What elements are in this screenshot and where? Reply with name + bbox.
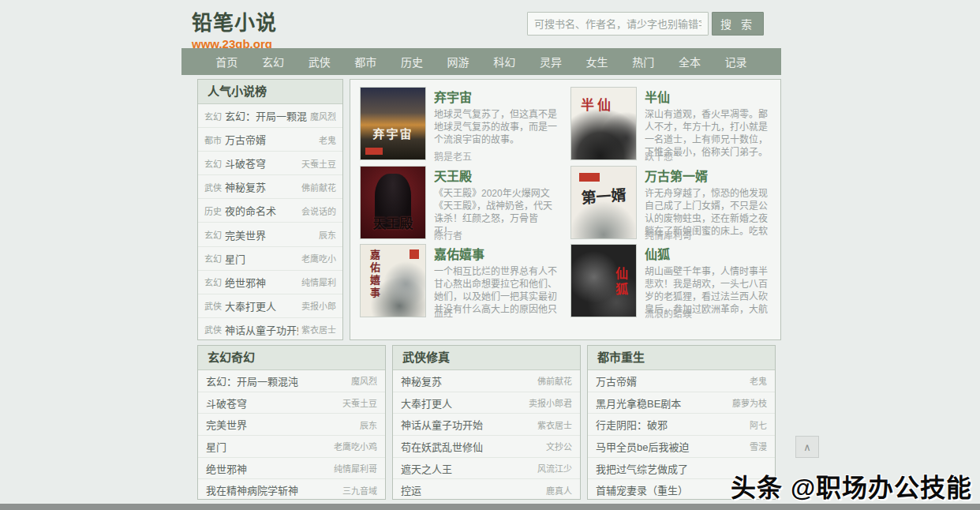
section-book-author[interactable]: 紫衣居士 bbox=[537, 418, 572, 431]
rank-book-author[interactable]: 会说话的 bbox=[301, 204, 336, 217]
section-book-title[interactable]: 马甲全员be后我被迫 bbox=[596, 439, 745, 454]
section-book-title[interactable]: 控运 bbox=[401, 482, 541, 497]
section-book-author[interactable]: 鹿真人 bbox=[546, 484, 572, 497]
book-cover[interactable]: 弃宇宙 bbox=[360, 87, 426, 160]
section-book-author[interactable]: 阿七 bbox=[750, 418, 767, 431]
rank-category[interactable]: 都市 bbox=[204, 133, 222, 146]
site-logo[interactable]: 铅笔小说 bbox=[192, 6, 277, 36]
section-book-author[interactable]: 三九音域 bbox=[342, 484, 377, 497]
book-title[interactable]: 天王殿 bbox=[434, 166, 559, 185]
cover-label: 半仙 bbox=[581, 94, 614, 114]
rank-book-author[interactable]: 老鬼 bbox=[319, 133, 336, 146]
nav-item[interactable]: 全本 bbox=[679, 54, 701, 69]
section-book-author[interactable]: 纯情犀利哥 bbox=[334, 462, 377, 474]
rank-category[interactable]: 玄幻 bbox=[204, 252, 222, 264]
search-button[interactable]: 搜 索 bbox=[712, 12, 764, 36]
section-book-author[interactable]: 风流江少 bbox=[537, 462, 572, 474]
section-book-author[interactable]: 魔风烈 bbox=[351, 374, 377, 387]
rank-book-title[interactable]: 夜的命名术 bbox=[225, 203, 298, 218]
book-author[interactable]: 血红 bbox=[434, 306, 453, 320]
nav-item[interactable]: 灵异 bbox=[540, 54, 562, 69]
rank-category[interactable]: 玄幻 bbox=[204, 110, 222, 122]
book-title[interactable]: 仙狐 bbox=[645, 244, 771, 263]
section-book-title[interactable]: 万古帝婿 bbox=[596, 373, 745, 388]
nav-item[interactable]: 历史 bbox=[401, 54, 423, 69]
section-book-author[interactable]: 文抄公 bbox=[546, 440, 572, 452]
section-book-author[interactable]: 辰东 bbox=[360, 418, 377, 431]
rank-book-title[interactable]: 万古帝婿 bbox=[225, 132, 316, 147]
rank-book-title[interactable]: 斗破苍穹 bbox=[225, 156, 298, 171]
book-title[interactable]: 半仙 bbox=[645, 87, 771, 106]
section-book-title[interactable]: 行走阴阳：破邪 bbox=[596, 417, 745, 432]
section-book-title[interactable]: 完美世界 bbox=[206, 417, 355, 432]
nav-item[interactable]: 首页 bbox=[215, 54, 238, 69]
rank-row: 玄幻星门老鹰吃小 bbox=[198, 246, 342, 270]
nav-item[interactable]: 都市 bbox=[354, 54, 376, 69]
book-author[interactable]: 纯情犀利哥 bbox=[645, 228, 692, 242]
section-book-title[interactable]: 玄幻：开局一颗混沌 bbox=[206, 373, 346, 388]
nav-item[interactable]: 记录 bbox=[725, 54, 747, 69]
rank-book-author[interactable]: 佛前献花 bbox=[301, 181, 336, 193]
rank-category[interactable]: 玄幻 bbox=[204, 157, 222, 170]
rank-category[interactable]: 玄幻 bbox=[204, 276, 222, 288]
section-book-author[interactable]: 老鬼 bbox=[750, 374, 767, 387]
nav-item[interactable]: 科幻 bbox=[493, 54, 515, 69]
section-book-title[interactable]: 遮天之人王 bbox=[401, 461, 533, 476]
section-book-title[interactable]: 大奉打更人 bbox=[401, 396, 524, 411]
rank-book-author[interactable]: 紫衣居士 bbox=[301, 323, 336, 336]
rank-book-title[interactable]: 大奉打更人 bbox=[225, 298, 298, 313]
nav-item[interactable]: 网游 bbox=[447, 54, 469, 69]
section-book-author[interactable]: 卖报小郎君 bbox=[529, 396, 572, 409]
book-cover[interactable]: 半仙 bbox=[570, 87, 637, 160]
book-cover[interactable]: 天王殿 bbox=[360, 166, 426, 239]
video-bottom-bar bbox=[0, 504, 980, 510]
rank-book-title[interactable]: 神秘复苏 bbox=[225, 179, 298, 194]
section-book-author[interactable]: 佛前献花 bbox=[537, 374, 572, 387]
rank-book-title[interactable]: 绝世邪神 bbox=[225, 275, 298, 290]
section-book-title[interactable]: 绝世邪神 bbox=[206, 461, 329, 476]
section-book-author[interactable]: 天蚕土豆 bbox=[342, 396, 377, 409]
section-book-title[interactable]: 苟在妖武乱世修仙 bbox=[401, 439, 541, 454]
section-book-author[interactable]: 藤萝为枝 bbox=[732, 396, 767, 409]
rank-category[interactable]: 武侠 bbox=[204, 299, 222, 312]
book-cover[interactable]: 第一婿 bbox=[570, 166, 637, 239]
rank-book-author[interactable]: 辰东 bbox=[319, 228, 336, 241]
rank-book-author[interactable]: 纯情犀利 bbox=[301, 276, 336, 288]
section-book-author[interactable]: 老鹰吃小鸡 bbox=[334, 440, 377, 452]
book-author[interactable]: 流浪的蛤蟆 bbox=[645, 306, 692, 320]
rank-book-title[interactable]: 神话从童子功开始 bbox=[225, 322, 298, 337]
rank-book-author[interactable]: 天蚕土豆 bbox=[301, 157, 336, 170]
book-title[interactable]: 嘉佑嬉事 bbox=[434, 244, 559, 263]
section-book-title[interactable]: 神话从童子功开始 bbox=[401, 417, 533, 432]
rank-book-title[interactable]: 玄幻：开局一颗混 bbox=[225, 108, 307, 123]
nav-item[interactable]: 热门 bbox=[632, 54, 654, 69]
search-input[interactable] bbox=[527, 12, 709, 36]
rank-book-title[interactable]: 星门 bbox=[225, 251, 298, 266]
book-author[interactable]: 跃千愁 bbox=[645, 149, 673, 163]
nav-item[interactable]: 武侠 bbox=[309, 54, 331, 69]
rank-category[interactable]: 武侠 bbox=[204, 181, 222, 193]
rank-book-author[interactable]: 老鹰吃小 bbox=[301, 252, 336, 264]
book-cover[interactable]: 嘉佑嬉事 bbox=[360, 244, 426, 317]
section-book-author[interactable]: 雪漫 bbox=[750, 440, 767, 452]
nav-item[interactable]: 玄幻 bbox=[262, 54, 284, 69]
section-panel: 玄幻奇幻玄幻：开局一颗混沌魔风烈斗破苍穹天蚕土豆完美世界辰东星门老鹰吃小鸡绝世邪… bbox=[197, 345, 386, 500]
section-book-title[interactable]: 黑月光拿稳BE剧本 bbox=[596, 396, 728, 411]
book-author[interactable]: 陈行者 bbox=[434, 228, 462, 242]
rank-book-author[interactable]: 魔风烈 bbox=[310, 110, 336, 122]
rank-category[interactable]: 历史 bbox=[204, 204, 222, 217]
rank-book-author[interactable]: 卖报小郎 bbox=[301, 299, 336, 312]
nav-item[interactable]: 女生 bbox=[586, 54, 608, 69]
book-author[interactable]: 鹅是老五 bbox=[434, 149, 472, 163]
section-book-title[interactable]: 星门 bbox=[206, 439, 329, 454]
section-book-title[interactable]: 我在精神病院学斩神 bbox=[206, 482, 338, 497]
section-book-title[interactable]: 神秘复苏 bbox=[401, 373, 533, 388]
book-title[interactable]: 万古第一婿 bbox=[645, 166, 771, 185]
rank-category[interactable]: 玄幻 bbox=[204, 228, 222, 241]
section-book-title[interactable]: 斗破苍穹 bbox=[206, 396, 338, 411]
rank-category[interactable]: 武侠 bbox=[204, 323, 222, 336]
back-to-top-button[interactable]: ∧ bbox=[795, 436, 819, 458]
rank-book-title[interactable]: 完美世界 bbox=[225, 227, 316, 242]
book-title[interactable]: 弃宇宙 bbox=[434, 87, 559, 106]
book-cover[interactable]: 仙狐 bbox=[570, 244, 637, 317]
